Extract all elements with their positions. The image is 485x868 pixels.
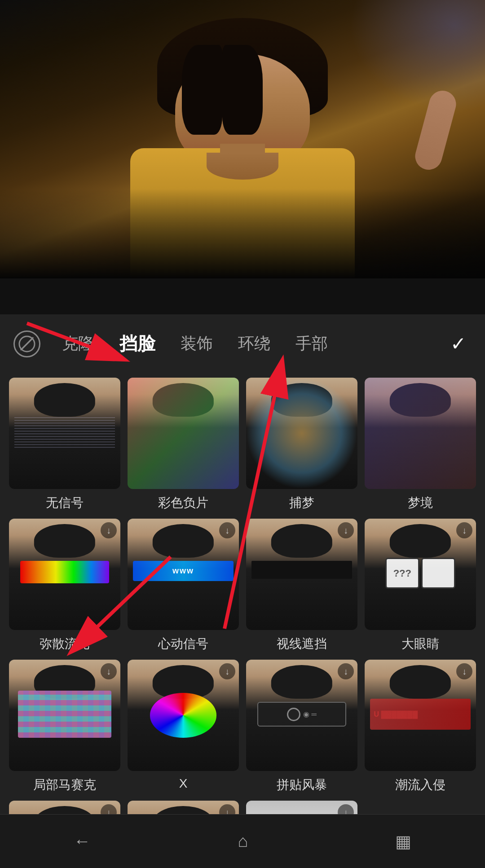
video-preview: [0, 0, 485, 278]
app-container: 克隆 挡脸 装饰 环绕 手部 ✓ 无信号: [0, 0, 485, 868]
effect-collage-storm[interactable]: ◉ ═ ↓ 拼贴风暴: [246, 660, 357, 793]
effect-diffuse-light[interactable]: ↓ 弥散流光: [9, 519, 120, 652]
effect-label-x: X: [179, 776, 188, 791]
tab-clone[interactable]: 克隆: [49, 328, 107, 359]
effect-label-no-signal: 无信号: [46, 494, 84, 511]
effect-catch-dream[interactable]: 捕梦: [246, 378, 357, 511]
effect-no-signal[interactable]: 无信号: [9, 378, 120, 511]
effect-trend-invasion[interactable]: U ▓▓▓▓▓▓▓ ↓ 潮流入侵: [365, 660, 476, 793]
download-badge-collage[interactable]: ↓: [338, 663, 354, 679]
effect-local-mosaic[interactable]: ↓ 局部马赛克: [9, 660, 120, 793]
tab-navigation: 克隆 挡脸 装饰 环绕 手部 ✓: [0, 314, 485, 373]
effect-label-local-mosaic: 局部马赛克: [33, 776, 96, 793]
effect-label-dreamland: 梦境: [408, 494, 433, 511]
download-badge-mosaic[interactable]: ↓: [101, 663, 117, 679]
tab-hand[interactable]: 手部: [283, 328, 340, 359]
effect-dreamland[interactable]: 梦境: [365, 378, 476, 511]
menu-icon: ▦: [395, 832, 411, 851]
video-bg: [0, 0, 485, 278]
effect-label-diffuse-light: 弥散流光: [40, 635, 90, 652]
bottom-navigation: ← ⌂ ▦: [0, 814, 485, 868]
grid-row-all: 无信号 彩色负片 捕梦: [9, 373, 476, 868]
confirm-button[interactable]: ✓: [445, 330, 472, 357]
download-badge-heartbeat[interactable]: ↓: [219, 522, 235, 538]
nav-home[interactable]: ⌂: [238, 832, 248, 851]
effect-label-sight-block: 视线遮挡: [277, 635, 327, 652]
effect-label-collage-storm: 拼贴风暴: [277, 776, 327, 793]
effect-color-negative[interactable]: 彩色负片: [128, 378, 239, 511]
download-badge-big-eyes[interactable]: ↓: [456, 522, 472, 538]
download-badge-diffuse[interactable]: ↓: [101, 522, 117, 538]
tab-decoration[interactable]: 装饰: [168, 328, 225, 359]
tab-around[interactable]: 环绕: [225, 328, 283, 359]
effect-big-eyes[interactable]: ??? ↓ 大眼睛: [365, 519, 476, 652]
nav-back[interactable]: ←: [74, 832, 91, 851]
back-icon: ←: [74, 832, 91, 851]
nav-menu[interactable]: ▦: [395, 832, 411, 851]
dark-separator: [0, 278, 485, 314]
download-badge-sight[interactable]: ↓: [338, 522, 354, 538]
effect-x[interactable]: ↓ X: [128, 660, 239, 793]
tab-face-block[interactable]: 挡脸: [107, 327, 168, 361]
svg-point-0: [19, 336, 35, 352]
home-icon: ⌂: [238, 832, 248, 851]
effect-label-big-eyes: 大眼睛: [401, 635, 439, 652]
effects-grid: 无信号 彩色负片 捕梦: [0, 373, 485, 868]
effect-label-trend-invasion: 潮流入侵: [395, 776, 445, 793]
svg-line-1: [21, 338, 33, 350]
effect-label-heartbeat: 心动信号: [158, 635, 208, 652]
download-badge-trend[interactable]: ↓: [456, 663, 472, 679]
effect-label-color-negative: 彩色负片: [158, 494, 208, 511]
effect-label-catch-dream: 捕梦: [289, 494, 314, 511]
effect-sight-block[interactable]: ↓ 视线遮挡: [246, 519, 357, 652]
download-badge-x[interactable]: ↓: [219, 663, 235, 679]
ban-button[interactable]: [13, 330, 40, 357]
effect-heartbeat[interactable]: www ↓ 心动信号: [128, 519, 239, 652]
